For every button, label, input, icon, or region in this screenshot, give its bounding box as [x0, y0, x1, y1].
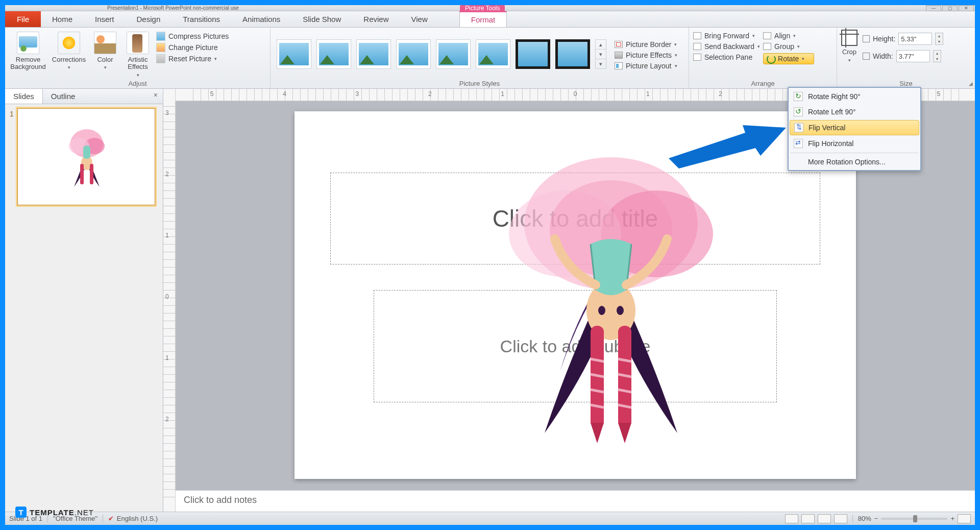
tab-outline[interactable]: Outline — [43, 89, 84, 104]
width-label: Width: — [873, 52, 893, 60]
group-label-adjust: Adjust — [9, 79, 266, 87]
style-thumb[interactable] — [436, 39, 471, 69]
width-icon — [863, 53, 870, 60]
svg-rect-5 — [90, 164, 93, 184]
svg-point-12 — [617, 306, 624, 315]
template-watermark: T TEMPLATE.NET — [15, 507, 94, 518]
status-language[interactable]: English (U.S.) — [117, 515, 158, 522]
style-thumb[interactable] — [356, 39, 391, 69]
zoom-value[interactable]: 80% — [858, 515, 871, 522]
tab-animations[interactable]: Animations — [231, 11, 291, 27]
picture-border-button[interactable]: Picture Border ▾ — [615, 40, 677, 49]
selection-pane-button[interactable]: Selection Pane — [693, 53, 760, 61]
tab-home[interactable]: Home — [41, 11, 84, 27]
reset-picture-button[interactable]: Reset Picture ▾ — [156, 54, 229, 63]
send-backward-button[interactable]: Send Backward ▾ — [693, 42, 760, 51]
tab-slideshow[interactable]: Slide Show — [291, 11, 352, 27]
group-label-arrange: Arrange — [693, 79, 832, 87]
tab-transitions[interactable]: Transitions — [172, 11, 231, 27]
gallery-more-button[interactable]: ▴▾▾ — [595, 39, 606, 69]
style-thumb[interactable] — [476, 39, 510, 69]
tab-insert[interactable]: Insert — [84, 11, 126, 27]
flip-vertical-icon — [794, 123, 803, 132]
picture-tools-contextual-tab[interactable]: Picture Tools — [460, 5, 505, 11]
ribbon-tabs: File Home Insert Design Transitions Anim… — [5, 11, 975, 28]
flip-horizontal-item[interactable]: Flip Horizontal — [789, 136, 920, 151]
picture-styles-gallery[interactable]: ▴▾▾ — [275, 36, 608, 72]
tab-file[interactable]: File — [5, 11, 41, 27]
picture-layout-button[interactable]: Picture Layout ▾ — [615, 62, 677, 70]
height-input[interactable]: 5.33" — [898, 33, 932, 45]
fit-to-window-button[interactable] — [958, 514, 971, 523]
bring-forward-icon — [693, 32, 701, 39]
ribbon-expand-icon[interactable]: ◢ — [969, 81, 973, 86]
crop-button[interactable]: Crop▾ — [841, 30, 857, 63]
flip-vertical-item[interactable]: Flip Vertical — [790, 120, 919, 135]
more-rotation-options-item[interactable]: More Rotation Options... — [789, 155, 920, 169]
picture-effects-button[interactable]: Picture Effects ▾ — [615, 51, 677, 59]
tab-slides[interactable]: Slides — [5, 89, 43, 104]
panel-close-button[interactable]: × — [149, 89, 163, 104]
slide-thumbnail-1[interactable]: 1 — [17, 108, 155, 205]
vertical-ruler: 3 2 1 0 1 2 — [163, 89, 176, 512]
change-picture-icon — [156, 43, 165, 52]
notes-pane[interactable]: Click to add notes — [176, 490, 975, 512]
svg-rect-4 — [83, 146, 90, 159]
remove-background-button[interactable]: Remove Background — [9, 30, 47, 71]
width-input[interactable]: 3.77" — [896, 50, 930, 62]
svg-point-13 — [598, 306, 605, 315]
reset-icon — [156, 54, 165, 63]
slides-panel: Slides Outline × 1 — [5, 89, 163, 512]
style-thumb[interactable] — [555, 39, 590, 69]
view-sorter-button[interactable] — [801, 514, 815, 523]
bring-forward-button[interactable]: Bring Forward ▾ — [693, 32, 760, 40]
zoom-in-button[interactable]: + — [950, 515, 954, 522]
group-button[interactable]: Group ▾ — [763, 42, 814, 51]
tab-review[interactable]: Review — [352, 11, 400, 27]
height-spinner[interactable]: ▴▾ — [935, 33, 943, 45]
svg-marker-24 — [669, 125, 786, 168]
compress-pictures-button[interactable]: Compress Pictures — [156, 32, 229, 41]
artistic-effects-button[interactable]: Artistic Effects▾ — [122, 30, 153, 78]
style-thumb[interactable] — [396, 39, 431, 69]
layout-icon — [615, 62, 623, 69]
rotate-right-icon — [794, 92, 803, 101]
rotate-button[interactable]: Rotate ▾ — [763, 53, 814, 64]
menu-separator — [791, 153, 918, 153]
annotation-arrow — [669, 123, 786, 171]
slide-number: 1 — [10, 110, 14, 118]
ribbon: Remove Background Corrections▾ Color▾ Ar… — [5, 28, 975, 89]
maximize-button[interactable]: ▢ — [942, 5, 958, 11]
zoom-out-button[interactable]: − — [874, 515, 878, 522]
tab-view[interactable]: View — [400, 11, 438, 27]
change-picture-button[interactable]: Change Picture — [156, 43, 229, 52]
send-backward-icon — [693, 43, 701, 50]
tab-format[interactable]: Format — [459, 11, 507, 27]
height-label: Height: — [873, 35, 895, 43]
corrections-button[interactable]: Corrections▾ — [50, 30, 88, 70]
width-spinner[interactable]: ▴▾ — [933, 50, 941, 62]
minimize-button[interactable]: — — [926, 5, 941, 11]
style-thumb[interactable] — [516, 39, 550, 69]
color-icon — [94, 32, 116, 54]
view-normal-button[interactable] — [785, 514, 798, 523]
style-thumb[interactable] — [277, 39, 311, 69]
align-button[interactable]: Align ▾ — [763, 32, 814, 40]
rotate-right-90-item[interactable]: Rotate Right 90° — [789, 89, 920, 104]
rotate-left-90-item[interactable]: Rotate Left 90° — [789, 104, 920, 119]
rotate-icon — [767, 55, 775, 63]
height-icon — [863, 35, 870, 42]
color-button[interactable]: Color▾ — [91, 30, 119, 70]
selected-picture[interactable] — [488, 137, 733, 464]
close-button[interactable]: ✕ — [959, 5, 974, 11]
view-reading-button[interactable] — [818, 514, 831, 523]
brush-icon — [127, 32, 149, 54]
thumbnail-image — [59, 123, 115, 195]
align-icon — [763, 32, 771, 39]
tab-design[interactable]: Design — [126, 11, 172, 27]
zoom-slider[interactable] — [881, 518, 947, 520]
svg-rect-6 — [80, 164, 84, 184]
view-slideshow-button[interactable] — [834, 514, 847, 523]
style-thumb[interactable] — [316, 39, 351, 69]
crop-icon — [841, 30, 857, 46]
